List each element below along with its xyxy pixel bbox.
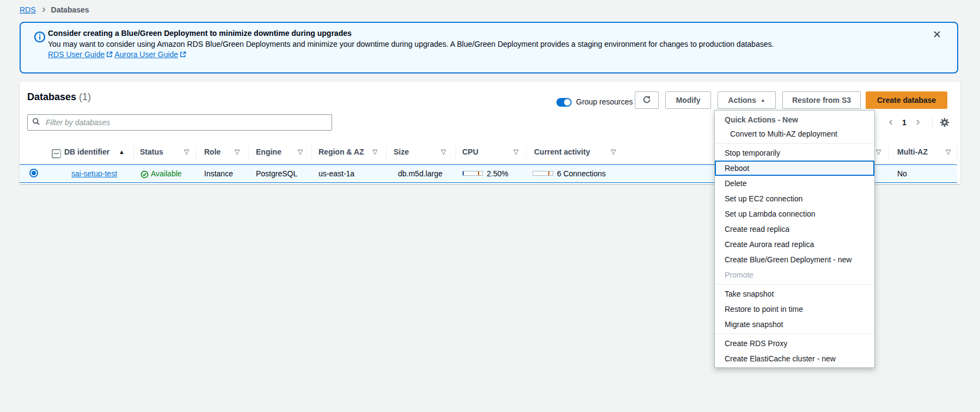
filter-box [27, 114, 332, 131]
column-divider [311, 146, 311, 159]
role-cell: Instance [204, 169, 233, 178]
cpu-meter [462, 171, 483, 176]
info-icon [34, 31, 46, 45]
close-icon[interactable] [931, 28, 943, 42]
filter-icon[interactable]: ▽ [441, 148, 446, 156]
filter-icon[interactable]: ▽ [235, 148, 240, 156]
multi-az-cell: No [897, 169, 907, 178]
info-banner: Consider creating a Blue/Green Deploymen… [20, 22, 958, 73]
engine-cell: PostgreSQL [256, 169, 297, 178]
column-header-cpu[interactable]: CPU [462, 147, 479, 156]
banner-body: You may want to consider using Amazon RD… [48, 39, 787, 60]
column-header-current-activity[interactable]: Current activity [534, 147, 590, 156]
row-radio-selected[interactable] [29, 169, 38, 177]
column-divider [889, 146, 889, 159]
group-resources-label: Group resources [576, 97, 633, 106]
column-divider [133, 146, 134, 159]
column-divider [455, 146, 456, 159]
modify-button[interactable]: Modify [665, 91, 711, 109]
pagination: 1 [885, 116, 923, 128]
banner-text: You may want to consider using Amazon RD… [48, 40, 774, 48]
create-database-button[interactable]: Create database [866, 91, 947, 109]
menu-item-setup-ec2-connection[interactable]: Set up EC2 connection [715, 191, 874, 206]
menu-item-migrate-snapshot[interactable]: Migrate snapshot [715, 317, 874, 332]
menu-item-convert-to-multi-az[interactable]: Convert to Multi-AZ deployment [715, 126, 874, 142]
menu-item-create-aurora-read-replica[interactable]: Create Aurora read replica [715, 237, 874, 252]
breadcrumb: RDS Databases [20, 5, 89, 14]
status-badge: Available [151, 169, 182, 178]
column-divider [386, 146, 387, 159]
group-resources-toggle[interactable] [556, 98, 572, 107]
menu-item-setup-lambda-connection[interactable]: Set up Lambda connection [715, 206, 874, 222]
db-identifier-link[interactable]: sai-setup-test [71, 169, 117, 178]
column-header-multi-az[interactable]: Multi-AZ [897, 147, 928, 156]
menu-divider [715, 334, 874, 334]
refresh-button[interactable] [635, 91, 659, 109]
menu-item-take-snapshot[interactable]: Take snapshot [715, 286, 874, 302]
column-header-db-identifier[interactable]: DB identifier [64, 147, 109, 156]
column-header-engine[interactable]: Engine [256, 147, 281, 156]
menu-item-create-elasticache-cluster[interactable]: Create ElastiCache cluster - new [715, 351, 874, 366]
page-title: Databases (1) [27, 91, 91, 103]
breadcrumb-current: Databases [51, 5, 89, 14]
external-link-icon [180, 50, 186, 60]
rds-databases-page: RDS Databases Consider creating a Blue/G… [0, 0, 980, 412]
actions-menu: Quick Actions - New Convert to Multi-AZ … [714, 110, 875, 368]
region-az-cell: us-east-1a [318, 169, 354, 178]
restore-from-s3-button[interactable]: Restore from S3 [782, 91, 861, 109]
refresh-icon [642, 95, 651, 106]
chevron-left-icon[interactable] [885, 116, 897, 128]
current-activity-cell: 6 Connections [557, 169, 606, 178]
status-available-icon [140, 170, 149, 180]
banner-title: Consider creating a Blue/Green Deploymen… [48, 29, 352, 38]
column-header-status[interactable]: Status [140, 147, 163, 156]
divider [932, 115, 933, 130]
menu-section-quick-actions: Quick Actions - New [715, 112, 874, 126]
menu-item-restore-to-point-in-time[interactable]: Restore to point in time [715, 302, 874, 317]
column-divider [60, 146, 60, 159]
menu-item-delete[interactable]: Delete [715, 176, 874, 191]
menu-item-reboot[interactable]: Reboot [715, 161, 874, 176]
column-header-region-az[interactable]: Region & AZ [318, 147, 364, 156]
menu-divider [715, 143, 874, 144]
column-divider [957, 146, 957, 159]
column-header-size[interactable]: Size [394, 147, 409, 156]
menu-divider [715, 284, 874, 285]
actions-button[interactable]: Actions▲ [718, 91, 776, 109]
filter-icon[interactable]: ▽ [298, 148, 303, 156]
filter-icon[interactable]: ▽ [876, 148, 881, 156]
filter-input[interactable] [45, 118, 327, 127]
caret-up-icon: ▲ [761, 97, 765, 103]
chevron-right-icon [40, 7, 47, 13]
activity-meter [532, 171, 553, 176]
aurora-user-guide-link[interactable]: Aurora User Guide [114, 50, 186, 59]
filter-icon[interactable]: ▽ [946, 148, 951, 156]
column-divider [526, 146, 526, 159]
filter-icon[interactable]: ▽ [184, 148, 189, 156]
size-cell: db.m5d.large [398, 169, 443, 178]
column-divider [248, 146, 249, 159]
filter-icon[interactable]: ▽ [372, 148, 377, 156]
sort-ascending-icon[interactable]: ▲ [119, 149, 125, 155]
external-link-icon [106, 50, 113, 60]
column-header-role[interactable]: Role [204, 147, 220, 156]
menu-item-create-blue-green-deployment[interactable]: Create Blue/Green Deployment - new [715, 252, 874, 267]
filter-icon[interactable]: ▽ [611, 148, 616, 156]
breadcrumb-rds-link[interactable]: RDS [20, 5, 36, 14]
page-number[interactable]: 1 [897, 118, 912, 127]
rds-user-guide-link[interactable]: RDS User Guide [48, 50, 113, 59]
search-icon [32, 118, 40, 127]
cpu-cell: 2.50% [487, 169, 509, 178]
menu-item-stop-temporarily[interactable]: Stop temporarily [715, 145, 874, 161]
menu-item-promote: Promote [715, 267, 874, 282]
filter-icon[interactable]: ▽ [513, 148, 518, 156]
gear-icon[interactable] [939, 116, 951, 130]
chevron-right-icon[interactable] [912, 116, 923, 128]
column-divider [196, 146, 197, 159]
menu-item-create-rds-proxy[interactable]: Create RDS Proxy [715, 336, 874, 351]
menu-item-create-read-replica[interactable]: Create read replica [715, 222, 874, 237]
database-count: (1) [79, 91, 91, 102]
